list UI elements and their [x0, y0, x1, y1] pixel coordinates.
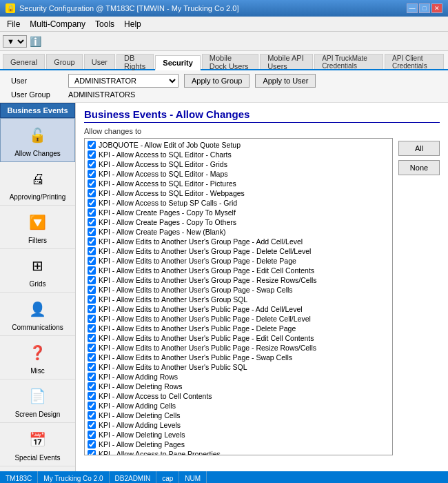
- checkbox-9[interactable]: [88, 228, 96, 236]
- list-item[interactable]: KPI - Allow Edits to Another User's Grou…: [86, 275, 391, 285]
- list-item[interactable]: KPI - Allow Create Pages - Copy To Mysel…: [86, 208, 391, 217]
- list-item[interactable]: KPI - Allow Deleting Levels: [86, 430, 391, 440]
- checkbox-15[interactable]: [88, 286, 96, 294]
- sidebar-item-specialevents[interactable]: 📅 Special Events: [0, 423, 75, 466]
- toolbar-dropdown[interactable]: ▼: [3, 35, 27, 48]
- checkbox-27[interactable]: [88, 402, 96, 410]
- sidebar-item-filters[interactable]: 🔽 Filters: [0, 206, 75, 249]
- list-item[interactable]: KPI - Allow Edits to Another User's Grou…: [86, 237, 391, 246]
- sidebar-item-allowchanges[interactable]: 🔓 Allow Changes: [0, 118, 75, 162]
- tab-apitruckmate[interactable]: API TruckMate Credentials: [314, 54, 383, 69]
- checkbox-31[interactable]: [88, 440, 96, 448]
- list-item[interactable]: KPI - Allow Access to SQL Editor - Maps: [86, 169, 391, 179]
- checkbox-4[interactable]: [88, 179, 96, 188]
- checkbox-30[interactable]: [88, 431, 96, 439]
- checkbox-26[interactable]: [88, 392, 96, 400]
- minimize-button[interactable]: —: [407, 3, 418, 13]
- list-item[interactable]: KPI - Allow Create Pages - Copy To Other…: [86, 217, 391, 227]
- list-item[interactable]: KPI - Allow Edits to Another User's Publ…: [86, 314, 391, 324]
- list-item[interactable]: KPI - Allow Adding Rows: [86, 372, 391, 382]
- list-item[interactable]: KPI - Allow Edits to Another User's Grou…: [86, 266, 391, 275]
- list-item[interactable]: KPI - Allow Access to SQL Editor - Grids: [86, 159, 391, 169]
- list-item[interactable]: KPI - Allow Adding Cells: [86, 401, 391, 411]
- tab-mobiledock[interactable]: Mobile Dock Users: [202, 54, 258, 69]
- list-item[interactable]: KPI - Allow Edits to Another User's Publ…: [86, 324, 391, 333]
- list-item[interactable]: KPI - Allow Access to Cell Contents: [86, 391, 391, 401]
- checkbox-13[interactable]: [88, 266, 96, 275]
- checkbox-2[interactable]: [88, 160, 96, 168]
- menu-multicompany[interactable]: Multi-Company: [26, 18, 90, 30]
- sidebar-bottom-item-security[interactable]: Security: [0, 466, 75, 471]
- checkbox-7[interactable]: [88, 208, 96, 217]
- checkbox-25[interactable]: [88, 382, 96, 391]
- checkbox-11[interactable]: [88, 247, 96, 255]
- list-item[interactable]: KPI - Allow Edits to Another User's Grou…: [86, 246, 391, 256]
- list-item[interactable]: KPI - Allow Access to SQL Editor - Pictu…: [86, 179, 391, 188]
- checkbox-18[interactable]: [88, 315, 96, 323]
- tab-general[interactable]: General: [3, 54, 45, 69]
- menu-file[interactable]: File: [3, 18, 24, 30]
- list-item[interactable]: KPI - Allow Edits to Another User's Publ…: [86, 304, 391, 314]
- tab-group[interactable]: Group: [46, 54, 83, 69]
- checkbox-20[interactable]: [88, 334, 96, 342]
- sidebar-item-approvingprinting[interactable]: 🖨 Approving/Printing: [0, 162, 75, 206]
- sidebar-item-misc[interactable]: ❓ Misc: [0, 336, 75, 379]
- sidebar-item-communications[interactable]: 👤 Communications: [0, 293, 75, 336]
- checkbox-28[interactable]: [88, 411, 96, 420]
- apply-to-user-button[interactable]: Apply to User: [255, 74, 316, 88]
- checkbox-17[interactable]: [88, 305, 96, 313]
- menu-help[interactable]: Help: [120, 18, 145, 30]
- checkbox-32[interactable]: [88, 450, 96, 455]
- menu-tools[interactable]: Tools: [91, 18, 119, 30]
- list-item[interactable]: KPI - Allow Create Pages - New (Blank): [86, 227, 391, 237]
- maximize-button[interactable]: □: [419, 3, 430, 13]
- list-item[interactable]: KPI - Allow Adding Levels: [86, 420, 391, 430]
- checkbox-23[interactable]: [88, 363, 96, 371]
- checkbox-8[interactable]: [88, 218, 96, 226]
- list-item[interactable]: JOBQUOTE - Allow Edit of Job Quote Setup: [86, 140, 391, 150]
- business-events-header[interactable]: Business Events: [0, 103, 75, 118]
- sidebar-item-screendesign[interactable]: 📄 Screen Design: [0, 379, 75, 423]
- checkbox-1[interactable]: [88, 150, 96, 159]
- list-item[interactable]: KPI - Allow Access to Setup SP Calls - G…: [86, 198, 391, 208]
- checkbox-19[interactable]: [88, 324, 96, 333]
- checkbox-list[interactable]: JOBQUOTE - Allow Edit of Job Quote Setup…: [84, 138, 393, 455]
- list-item[interactable]: KPI - Allow Access to SQL Editor - Chart…: [86, 150, 391, 159]
- list-item[interactable]: KPI - Allow Edits to Another User's Publ…: [86, 353, 391, 362]
- sidebar-icon-4: 👤: [26, 297, 50, 322]
- checkbox-14[interactable]: [88, 276, 96, 284]
- checkbox-0[interactable]: [88, 141, 96, 149]
- list-item[interactable]: KPI - Allow Deleting Cells: [86, 411, 391, 420]
- list-item[interactable]: KPI - Allow Edits to Another User's Grou…: [86, 295, 391, 304]
- tab-mobileapi[interactable]: Mobile API Users: [260, 54, 313, 69]
- checkbox-22[interactable]: [88, 353, 96, 362]
- checkbox-21[interactable]: [88, 344, 96, 352]
- tab-user[interactable]: User: [84, 54, 115, 69]
- list-item[interactable]: KPI - Allow Edits to Another User's Publ…: [86, 362, 391, 372]
- checkbox-6[interactable]: [88, 199, 96, 207]
- list-item[interactable]: KPI - Allow Deleting Pages: [86, 440, 391, 449]
- none-button[interactable]: None: [398, 160, 440, 175]
- checkbox-12[interactable]: [88, 257, 96, 265]
- checkbox-5[interactable]: [88, 189, 96, 197]
- list-item[interactable]: KPI - Allow Edits to Another User's Grou…: [86, 256, 391, 266]
- user-select[interactable]: ADMINISTRATOR: [68, 74, 179, 88]
- close-button[interactable]: ✕: [431, 3, 442, 13]
- list-item[interactable]: KPI - Allow Edits to Another User's Grou…: [86, 285, 391, 295]
- list-item[interactable]: KPI - Allow Edits to Another User's Publ…: [86, 343, 391, 353]
- tab-dbrights[interactable]: DB Rights: [116, 54, 154, 69]
- apply-to-group-button[interactable]: Apply to Group: [184, 74, 250, 88]
- all-button[interactable]: All: [398, 141, 440, 156]
- list-item[interactable]: KPI - Allow Deleting Rows: [86, 382, 391, 391]
- tab-security[interactable]: Security: [155, 55, 200, 70]
- checkbox-24[interactable]: [88, 373, 96, 381]
- list-item[interactable]: KPI - Allow Edits to Another User's Publ…: [86, 333, 391, 343]
- list-item[interactable]: KPI - Allow Access to SQL Editor - Webpa…: [86, 188, 391, 198]
- checkbox-3[interactable]: [88, 170, 96, 178]
- tab-apiclient[interactable]: API Client Credentials: [385, 54, 444, 69]
- list-item[interactable]: KPI - Allow Access to Page Properties: [86, 449, 391, 455]
- sidebar-item-grids[interactable]: ⊞ Grids: [0, 249, 75, 293]
- checkbox-16[interactable]: [88, 295, 96, 304]
- checkbox-29[interactable]: [88, 421, 96, 429]
- checkbox-10[interactable]: [88, 237, 96, 246]
